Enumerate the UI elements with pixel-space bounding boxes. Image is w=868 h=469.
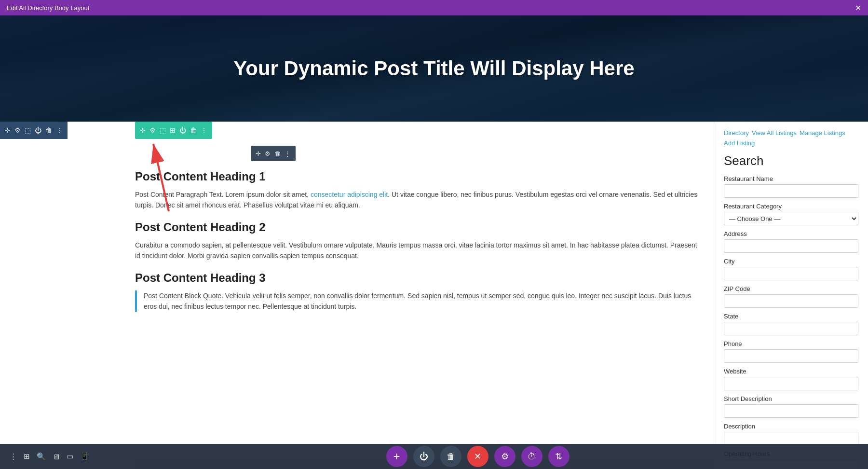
left-tb-duplicate-icon[interactable]: ⬚ [25,126,31,134]
zip-code-input[interactable] [724,294,858,308]
sidebar-nav-view-listings[interactable]: View All Listings [752,129,797,137]
green-tb-settings-icon[interactable]: ⚙ [149,126,156,134]
post-heading-3: Post Content Heading 3 [135,271,699,285]
bt-search-icon[interactable]: 🔍 [37,452,46,461]
phone-input[interactable] [724,349,858,363]
small-tb-settings-icon[interactable]: ⚙ [265,150,271,157]
left-tb-delete-icon[interactable]: 🗑 [45,126,52,134]
field-website: Website [724,368,858,390]
bt-more-icon[interactable]: ⋮ [10,452,17,461]
field-zip-code: ZIP Code [724,285,858,308]
bottom-toolbar-center: + ⏻ 🗑 ✕ ⚙ ⏱ ⇅ [97,446,858,467]
bt-mobile-icon[interactable]: 📱 [80,452,89,461]
post-blockquote: Post Content Block Quote. Vehicula velit… [135,290,699,312]
green-tb-duplicate-icon[interactable]: ⬚ [160,126,166,134]
sidebar-nav-add-listing[interactable]: Add Listing [724,139,755,147]
bt-power-button[interactable]: ⏻ [413,446,434,467]
bt-add-button[interactable]: + [386,446,407,467]
sidebar-nav: Directory View All Listings Manage Listi… [724,129,858,147]
bt-delete-button[interactable]: 🗑 [440,446,461,467]
green-tb-more-icon[interactable]: ⋮ [201,126,207,134]
bt-timer-button[interactable]: ⏱ [521,446,542,467]
hero-title: Your Dynamic Post Title Will Display Her… [233,57,634,80]
post-link-1[interactable]: consectetur adipiscing elit [311,191,388,198]
top-bar-title: Edit All Directory Body Layout [7,4,89,12]
restaurant-name-input[interactable] [724,184,858,198]
field-city: City [724,258,858,280]
left-toolbar: ✛ ⚙ ⬚ ⏻ 🗑 ⋮ [0,122,68,139]
field-restaurant-name: Restaurant Name [724,175,858,198]
post-heading-1: Post Content Heading 1 [135,170,699,183]
post-content: Post Content Heading 1 Post Content Para… [135,131,699,312]
top-bar: Edit All Directory Body Layout ✕ [0,0,868,15]
state-input[interactable] [724,322,858,335]
field-description: Description [724,423,858,445]
field-state: State [724,313,858,335]
green-tb-grid-icon[interactable]: ⊞ [170,126,176,134]
website-input[interactable] [724,377,858,390]
content-area: ✛ ⚙ ⬚ ⊞ ⏻ 🗑 ⋮ ✛ ⚙ 🗑 ⋮ [0,122,714,469]
city-input[interactable] [724,267,858,280]
green-toolbar: ✛ ⚙ ⬚ ⊞ ⏻ 🗑 ⋮ [135,122,212,139]
close-button[interactable]: ✕ [855,3,861,13]
address-input[interactable] [724,239,858,253]
field-phone: Phone [724,340,858,363]
bt-tablet-icon[interactable]: ▭ [67,452,73,461]
field-address: Address [724,230,858,253]
bt-grid-icon[interactable]: ⊞ [24,452,30,461]
small-tb-add-icon[interactable]: ✛ [256,150,261,157]
sidebar-search-title: Search [724,153,858,168]
hero-section: Your Dynamic Post Title Will Display Her… [0,15,868,122]
field-restaurant-category: Restaurant Category — Choose One — [724,203,858,225]
small-tb-delete-icon[interactable]: 🗑 [274,150,281,157]
small-toolbar: ✛ ⚙ 🗑 ⋮ [251,146,296,161]
restaurant-category-select[interactable]: — Choose One — [724,212,858,225]
bottom-toolbar-left: ⋮ ⊞ 🔍 🖥 ▭ 📱 [10,452,89,461]
sidebar: Directory View All Listings Manage Listi… [714,122,868,469]
left-tb-power-icon[interactable]: ⏻ [35,126,41,134]
bottom-toolbar: ⋮ ⊞ 🔍 🖥 ▭ 📱 + ⏻ 🗑 ✕ ⚙ ⏱ ⇅ [0,444,868,469]
main-layout: ✛ ⚙ ⬚ ⏻ 🗑 ⋮ ✛ ⚙ ⬚ ⊞ ⏻ 🗑 ⋮ [0,122,868,469]
bt-desktop-icon[interactable]: 🖥 [53,453,60,461]
left-tb-more-icon[interactable]: ⋮ [56,126,63,134]
bt-settings-button[interactable]: ⚙ [494,446,515,467]
post-paragraph-1: Post Content Paragraph Text. Lorem ipsum… [135,189,699,211]
post-heading-2: Post Content Heading 2 [135,221,699,234]
sidebar-nav-directory[interactable]: Directory [724,129,749,137]
left-tb-settings-icon[interactable]: ⚙ [14,126,21,134]
short-description-input[interactable] [724,404,858,418]
sidebar-nav-manage-listings[interactable]: Manage Listings [800,129,845,137]
description-input[interactable] [724,432,858,445]
small-tb-more-icon[interactable]: ⋮ [285,150,291,157]
green-tb-power-icon[interactable]: ⏻ [179,126,186,134]
left-tb-add-icon[interactable]: ✛ [5,126,11,134]
bt-toggle-button[interactable]: ⇅ [548,446,570,467]
bt-close-button[interactable]: ✕ [467,446,488,467]
field-short-description: Short Description [724,395,858,418]
green-tb-add-icon[interactable]: ✛ [140,126,146,134]
green-tb-delete-icon[interactable]: 🗑 [190,126,197,134]
post-paragraph-2: Curabitur a commodo sapien, at pellentes… [135,240,699,262]
